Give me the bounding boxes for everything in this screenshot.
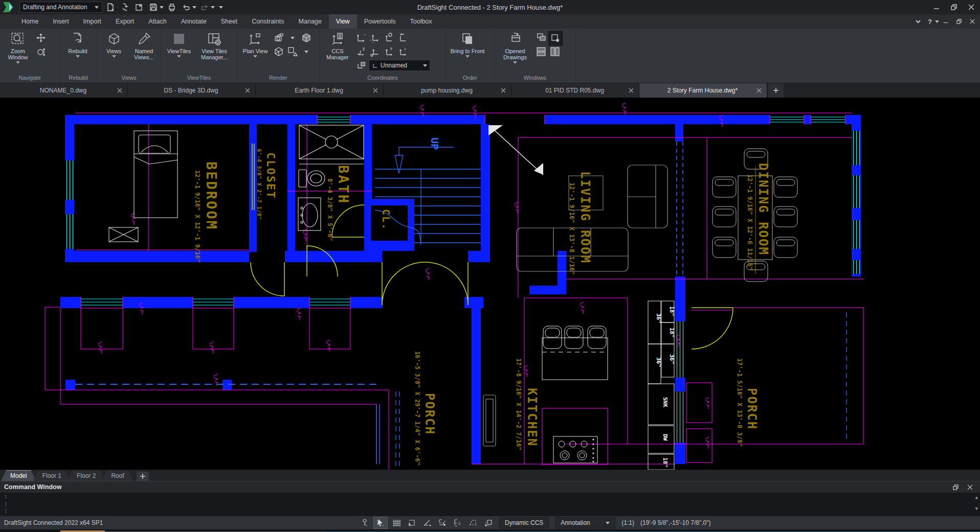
dropdown-shapes-icon[interactable] (300, 45, 313, 58)
menu-home[interactable]: Home (14, 14, 46, 29)
close-icon[interactable] (756, 88, 762, 93)
scroll-up-icon[interactable]: ▲ (975, 494, 978, 501)
plan-view-button[interactable]: Plan View (239, 30, 271, 58)
menu-toolbox[interactable]: Toolbox (403, 14, 439, 29)
close-icon[interactable] (501, 88, 506, 93)
ccs-named-button[interactable] (354, 59, 367, 72)
close-icon[interactable] (245, 88, 250, 93)
menu-constraints[interactable]: Constraints (244, 14, 291, 29)
help-button[interactable]: ? (925, 18, 935, 26)
sheet-tab-model[interactable]: Model (1, 470, 36, 481)
new-file-button[interactable] (104, 2, 117, 13)
redo-dropdown-icon[interactable] (211, 6, 215, 9)
menu-view[interactable]: View (329, 14, 357, 29)
snap-toggle-button[interactable] (405, 517, 418, 528)
restore-button[interactable] (945, 1, 963, 14)
shaded-cube-button[interactable] (300, 31, 313, 44)
tile-vertically-button[interactable] (548, 45, 562, 58)
save-dropdown-icon[interactable] (160, 6, 164, 9)
menu-manage[interactable]: Manage (292, 14, 329, 29)
workspace-selector[interactable]: Drafting and Annotation (19, 2, 102, 13)
command-close-button[interactable] (964, 482, 976, 492)
menu-import[interactable]: Import (76, 14, 108, 29)
sheet-tab-roof[interactable]: Roof (102, 471, 133, 481)
restore-document-button[interactable] (548, 31, 563, 45)
doc-tab-bridge[interactable]: DS - Bridge 3D.dwg (128, 83, 256, 98)
undo-button[interactable] (180, 2, 192, 13)
rebuild-button[interactable]: Rebuild (62, 30, 94, 58)
lineweight-toggle-button[interactable] (466, 517, 480, 528)
camera-lock-button[interactable] (272, 31, 285, 44)
bring-to-front-button[interactable]: Bring to Front (448, 30, 487, 58)
add-sheet-button[interactable] (137, 472, 149, 481)
menu-export[interactable]: Export (108, 14, 141, 29)
scroll-down-icon[interactable]: ▼ (975, 505, 978, 512)
help-dropdown-icon[interactable] (935, 20, 939, 23)
unit-system-icon[interactable] (358, 517, 371, 528)
print-button[interactable] (166, 2, 178, 13)
doc-minimize-button[interactable] (939, 16, 952, 27)
views-button[interactable]: Views (99, 30, 128, 58)
close-icon[interactable] (373, 88, 378, 93)
save-button[interactable] (147, 2, 160, 13)
ccs-origin-button[interactable] (368, 31, 382, 44)
menu-powertools[interactable]: Powertools (357, 14, 403, 29)
opened-drawings-button[interactable]: Opened Drawings (497, 30, 533, 64)
open-file-button[interactable] (133, 2, 145, 13)
zoom-window-button[interactable]: Zoom Window (2, 30, 34, 64)
ccs-2point-button[interactable]: 2 (382, 45, 395, 58)
ccs-z-rotate-button[interactable] (354, 45, 368, 58)
open-recent-button[interactable] (119, 2, 131, 13)
doc-tab-pid-std[interactable]: 01 PID STD R05.dwg (511, 83, 639, 98)
menu-insert[interactable]: Insert (46, 14, 76, 29)
cascade-windows-button[interactable] (534, 31, 548, 44)
named-views-button[interactable]: Named Views... (129, 30, 159, 60)
new-document-button[interactable] (768, 83, 784, 98)
doc-tab-noname[interactable]: NONAME_0.dwg (0, 83, 128, 98)
polar-tracking-button[interactable] (420, 517, 434, 528)
customize-toolbar-icon[interactable] (219, 6, 223, 9)
dropdown-camera-icon[interactable] (286, 31, 299, 44)
sheet-tab-floor2[interactable]: Floor 2 (68, 471, 105, 481)
wire-cube-button[interactable] (272, 45, 285, 58)
ccs-manager-button[interactable]: CCS Manager (322, 30, 353, 60)
ccs-entity-button[interactable] (382, 31, 395, 44)
command-window-header[interactable]: Command Window (0, 481, 980, 493)
grid-toggle-button[interactable] (390, 517, 403, 528)
dynamic-ccs-button[interactable]: Dynamic CCS (499, 517, 549, 528)
close-icon[interactable] (117, 88, 122, 93)
menu-annotate[interactable]: Annotate (174, 14, 214, 29)
square-triangle-button[interactable] (286, 45, 299, 58)
menu-attach[interactable]: Attach (141, 14, 173, 29)
doc-tab-farm-house[interactable]: 2 Story Farm House.dwg* (639, 83, 767, 98)
ortho-toggle-button[interactable] (482, 517, 495, 528)
sheet-tab-floor1[interactable]: Floor 1 (33, 471, 71, 481)
doc-close-button[interactable] (966, 16, 979, 27)
selection-mode-button[interactable] (373, 517, 388, 529)
close-icon[interactable] (629, 88, 634, 93)
pan-button[interactable] (35, 32, 47, 44)
viewtiles-manager-button[interactable]: View Tiles Manager... (196, 30, 233, 60)
doc-restore-button[interactable] (952, 16, 966, 27)
menu-sheet[interactable]: Sheet (214, 14, 245, 29)
annotation-scale-selector[interactable]: Annotation (555, 517, 615, 528)
zoom-dynamic-button[interactable] (35, 46, 47, 58)
doc-tab-earth-floor[interactable]: Earth Floor 1.dwg (256, 83, 384, 98)
collapse-ribbon-button[interactable] (911, 16, 925, 27)
entity-snap-button[interactable] (436, 517, 449, 528)
redo-button[interactable] (198, 2, 211, 13)
ccs-combo[interactable]: Unnamed (369, 60, 430, 71)
entity-tracking-button[interactable] (451, 517, 464, 528)
ccs-object-button[interactable] (368, 45, 382, 58)
drawing-canvas[interactable]: UP (0, 98, 980, 470)
ccs-previous-button[interactable] (396, 31, 409, 44)
undo-dropdown-icon[interactable] (192, 6, 196, 9)
command-float-button[interactable] (949, 482, 962, 492)
minimize-button[interactable] (928, 1, 945, 14)
command-input-area[interactable]: : : : ▲ ▼ (0, 493, 980, 516)
ccs-world-button[interactable] (354, 31, 368, 44)
ccs-3point-button[interactable]: 3 (396, 45, 409, 58)
viewtiles-button[interactable]: ViewTiles (163, 30, 195, 58)
tile-horizontally-button[interactable] (534, 45, 548, 58)
close-button[interactable] (963, 1, 980, 14)
